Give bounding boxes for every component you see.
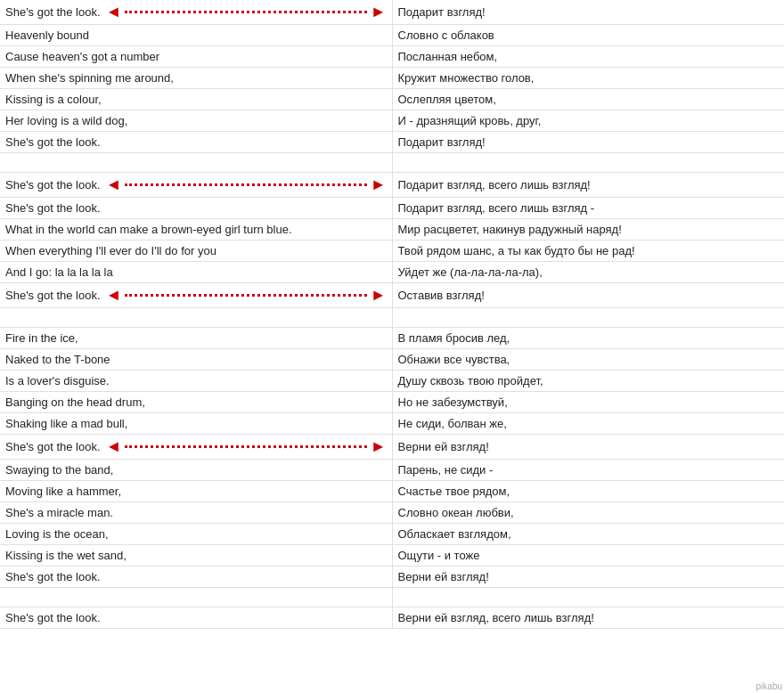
lyric-line-ru: Подарит взгляд! — [392, 132, 784, 153]
arrow-left-icon: ◄ — [106, 437, 122, 456]
lyric-line-ru: Кружит множество голов, — [392, 68, 784, 89]
lyric-line-ru: Мир расцветет, накинув радужный наряд! — [392, 219, 784, 241]
lyric-line-ru: Ослепляя цветом, — [392, 89, 784, 110]
lyric-line-en: She's got the look. — [0, 567, 392, 588]
lyric-line-en: She's a miracle man. — [0, 502, 392, 524]
lyric-line-ru: Подарит взгляд! — [392, 0, 784, 25]
dotted-line — [125, 183, 366, 186]
lyric-line-ru: Не сиди, болван же, — [392, 413, 784, 435]
lyric-line-ru: Словно с облаков — [392, 25, 784, 46]
lyric-line-en: Heavenly bound — [0, 25, 392, 46]
lyric-line-en-arrow: She's got the look.◄► — [0, 435, 392, 460]
lyric-line-ru: Верни ей взгляд! — [392, 567, 784, 588]
arrow-left-icon: ◄ — [106, 175, 122, 194]
lyric-line-en: Moving like a hammer, — [0, 481, 392, 502]
lyric-line-en: What in the world can make a brown-eyed … — [0, 219, 392, 241]
dotted-line — [125, 445, 366, 448]
lyric-line-en: Banging on the head drum, — [0, 392, 392, 413]
lyric-line-en: When she's spinning me around, — [0, 68, 392, 89]
lyric-line-ru: Посланная небом, — [392, 46, 784, 68]
lyric-line-ru: Уйдет же (ла-ла-ла-ла-ла), — [392, 262, 784, 283]
dotted-line — [125, 11, 366, 13]
lyric-line-en: Is a lover's disguise. — [0, 371, 392, 392]
lyric-line-ru: Обласкает взглядом, — [392, 524, 784, 545]
lyric-line-en-arrow: She's got the look.◄► — [0, 173, 392, 198]
lyric-line-ru: Душу сквозь твою пройдет, — [392, 371, 784, 392]
lyric-line-en: Loving is the ocean, — [0, 524, 392, 545]
lyric-en-text: She's got the look. — [5, 5, 101, 19]
lyric-en-text: She's got the look. — [5, 440, 101, 453]
lyric-line-en-arrow: She's got the look.◄► — [0, 0, 392, 25]
lyric-line-en: Naked to the T-bone — [0, 349, 392, 371]
arrow-right-icon: ► — [371, 175, 387, 194]
arrow-right-icon: ► — [371, 437, 387, 456]
arrow-left-icon: ◄ — [106, 286, 122, 305]
lyric-en-text: She's got the look. — [5, 178, 101, 192]
lyric-line-ru: Словно океан любви, — [392, 502, 784, 524]
lyric-line-ru: И - дразнящий кровь, друг, — [392, 110, 784, 132]
lyric-line-en: Shaking like a mad bull, — [0, 413, 392, 435]
arrow-left-icon: ◄ — [106, 3, 122, 21]
lyric-line-ru: Парень, не сиди - — [392, 460, 784, 481]
lyric-line-en: She's got the look. — [0, 607, 392, 629]
lyric-line-en: When everything I'll ever do I'll do for… — [0, 241, 392, 262]
lyric-line-en: She's got the look. — [0, 198, 392, 219]
lyric-line-ru: Обнажи все чувства, — [392, 349, 784, 371]
lyric-line-en-arrow: She's got the look.◄► — [0, 283, 392, 308]
arrow-right-icon: ► — [371, 286, 387, 305]
lyric-line-ru: Верни ей взгляд! — [392, 435, 784, 460]
dotted-line — [125, 294, 366, 297]
lyric-line-ru: Твой рядом шанс, а ты как будто бы не ра… — [392, 241, 784, 262]
lyric-line-ru: Счастье твое рядом, — [392, 481, 784, 502]
lyric-line-ru: Подарит взгляд, всего лишь взгляд! — [392, 173, 784, 198]
lyric-line-en: And I go: la la la la la — [0, 262, 392, 283]
lyric-line-ru: В пламя бросив лед, — [392, 328, 784, 349]
lyric-line-ru: Ощути - и тоже — [392, 545, 784, 567]
lyric-line-en: Kissing is the wet sand, — [0, 545, 392, 567]
lyric-line-en: Swaying to the band, — [0, 460, 392, 481]
lyric-line-ru: Оставив взгляд! — [392, 283, 784, 308]
lyrics-table: She's got the look.◄►Подарит взгляд!Heav… — [0, 0, 784, 629]
arrow-right-icon: ► — [371, 3, 387, 21]
lyric-line-ru: Верни ей взгляд, всего лишь взгляд! — [392, 607, 784, 629]
lyric-line-en: She's got the look. — [0, 132, 392, 153]
lyric-line-en: Cause heaven's got a number — [0, 46, 392, 68]
lyric-line-ru: Подарит взгляд, всего лишь взгляд - — [392, 198, 784, 219]
lyric-line-en: Her loving is a wild dog, — [0, 110, 392, 132]
lyric-en-text: She's got the look. — [5, 289, 101, 302]
lyric-line-en: Kissing is a colour, — [0, 89, 392, 110]
lyric-line-en: Fire in the ice, — [0, 328, 392, 349]
lyric-line-ru: Но не забезумствуй, — [392, 392, 784, 413]
